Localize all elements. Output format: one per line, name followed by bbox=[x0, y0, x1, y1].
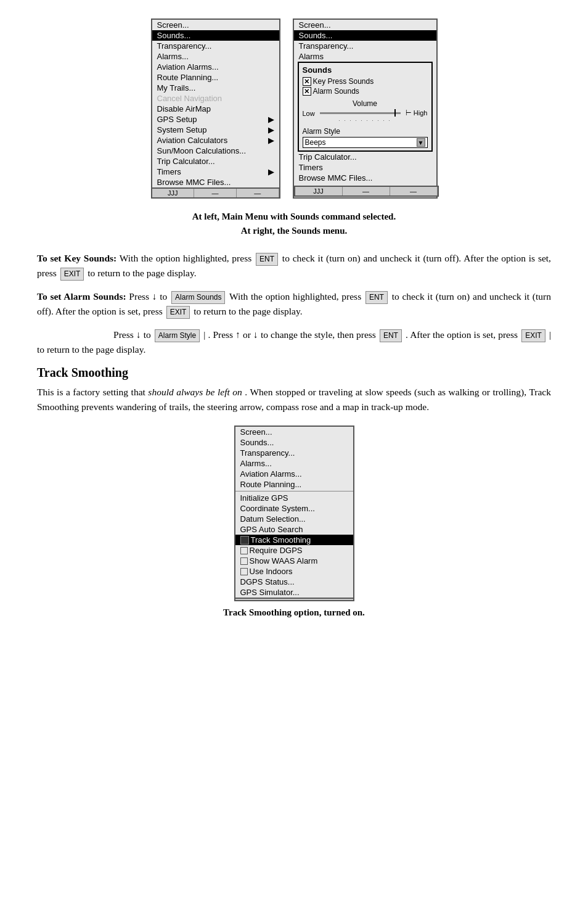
bottom-item-screen[interactable]: Screen... bbox=[235, 427, 353, 437]
volume-low-label: Low bbox=[303, 110, 315, 117]
right-menu-item-transparency[interactable]: Transparency... bbox=[294, 41, 436, 51]
left-menu: Screen... Sounds... Transparency... Alar… bbox=[151, 19, 280, 199]
enter-button-2[interactable]: ENT bbox=[365, 291, 388, 304]
enter-button-3[interactable]: ENT bbox=[380, 329, 402, 342]
top-caption-line1: At left, Main Menu with Sounds command s… bbox=[37, 210, 551, 224]
volume-label: Volume bbox=[303, 99, 428, 108]
bottom-item-route-planning[interactable]: Route Planning... bbox=[235, 479, 353, 490]
bottom-item-waas-alarm[interactable]: Show WAAS Alarm bbox=[235, 556, 353, 566]
exit-button-2[interactable]: EXIT bbox=[166, 306, 190, 319]
bottom-caption: Track Smoothing option, turned on. bbox=[37, 607, 551, 618]
left-menu-item-alarms[interactable]: Alarms... bbox=[152, 51, 279, 62]
para2-text2: With the option high­lighted, press bbox=[229, 291, 364, 302]
key-press-sounds-checkbox[interactable] bbox=[303, 77, 311, 86]
right-footer-jjj: JJJ bbox=[295, 187, 343, 195]
bottom-item-track-smoothing[interactable]: Track Smoothing bbox=[235, 535, 353, 545]
para2-text1: Press ↓ to bbox=[129, 291, 170, 302]
bottom-item-use-indoors[interactable]: Use Indoors bbox=[235, 566, 353, 577]
right-sounds-panel: Screen... Sounds... Transparency... Alar… bbox=[293, 19, 438, 199]
bottom-item-transparency[interactable]: Transparency... bbox=[235, 448, 353, 458]
top-caption: At left, Main Menu with Sounds command s… bbox=[37, 210, 551, 237]
left-footer-jjj: JJJ bbox=[152, 189, 195, 197]
para2-bold: To set Alarm Sounds: bbox=[37, 291, 126, 302]
bottom-item-init-gps[interactable]: Initialize GPS bbox=[235, 493, 353, 503]
alarm-style-dropdown[interactable]: Beeps ▼ bbox=[303, 137, 428, 148]
dropdown-arrow-icon[interactable]: ▼ bbox=[417, 138, 425, 147]
para3-text3: . After the option is set, press bbox=[406, 329, 520, 340]
alarm-sounds-item[interactable]: Alarm Sounds bbox=[303, 87, 428, 96]
key-press-sounds-label: Key Press Sounds bbox=[313, 77, 374, 86]
bottom-menu: Screen... Sounds... Transparency... Alar… bbox=[234, 426, 354, 601]
bottom-item-coord-system[interactable]: Coordinate System... bbox=[235, 503, 353, 514]
submenu-title: Sounds bbox=[303, 65, 428, 75]
volume-dots: · · · · · · · · · · bbox=[303, 117, 428, 123]
left-menu-item-timers[interactable]: Timers bbox=[152, 167, 279, 177]
section-text-pre: This is a factory setting that bbox=[37, 387, 148, 397]
key-press-sounds-item[interactable]: Key Press Sounds bbox=[303, 77, 428, 86]
right-footer-dash2: — bbox=[390, 187, 438, 195]
body-para1: To set Key Sounds: With the option highl… bbox=[37, 251, 551, 281]
right-menu-item-browse-mmc[interactable]: Browse MMC Files... bbox=[294, 173, 436, 183]
bottom-item-aviation-alarms[interactable]: Aviation Alarms... bbox=[235, 469, 353, 479]
alarm-style-value: Beeps bbox=[305, 138, 417, 147]
left-menu-item-my-trails[interactable]: My Trails... bbox=[152, 83, 279, 93]
left-footer-dash2: — bbox=[237, 189, 279, 197]
track-smoothing-heading: Track Smoothing bbox=[37, 366, 551, 380]
right-menu-item-alarms[interactable]: Alarms bbox=[294, 51, 436, 62]
right-menu-item-sounds[interactable]: Sounds... bbox=[294, 30, 436, 41]
para1-bold: To set Key Sounds: bbox=[37, 253, 116, 263]
exit-button-3[interactable]: EXIT bbox=[521, 329, 545, 342]
bottom-separator bbox=[235, 491, 353, 491]
alarm-style-section: Alarm Style Beeps ▼ bbox=[303, 127, 428, 148]
volume-bar[interactable]: Low ⊢ High bbox=[303, 109, 428, 117]
left-menu-item-trip-calc[interactable]: Trip Calculator... bbox=[152, 156, 279, 167]
bottom-item-gps-sim[interactable]: GPS Simulator... bbox=[235, 587, 353, 598]
volume-high-label: ⊢ High bbox=[406, 109, 428, 117]
bottom-screenshot: Screen... Sounds... Transparency... Alar… bbox=[37, 426, 551, 601]
para1-text1: With the option highlighted, press bbox=[120, 253, 255, 263]
alarm-style-btn[interactable]: Alarm Style bbox=[155, 329, 200, 342]
alarm-sounds-btn[interactable]: Alarm Sounds bbox=[171, 291, 225, 304]
enter-button-1[interactable]: ENT bbox=[256, 253, 278, 266]
left-menu-item-sun-moon[interactable]: Sun/Moon Calculations... bbox=[152, 146, 279, 156]
right-menu-item-trip-calc[interactable]: Trip Calculator... bbox=[294, 152, 436, 162]
left-menu-item-system-setup[interactable]: System Setup bbox=[152, 125, 279, 135]
para2-text4: to return to the page display. bbox=[194, 306, 302, 316]
left-menu-item-aviation-calc[interactable]: Aviation Calculators bbox=[152, 135, 279, 146]
left-menu-item-aviation-alarms[interactable]: Aviation Alarms... bbox=[152, 62, 279, 72]
bottom-menu-footer-bar bbox=[235, 598, 353, 600]
right-menu-item-screen[interactable]: Screen... bbox=[294, 20, 436, 30]
left-menu-item-cancel-nav: Cancel Navigation bbox=[152, 93, 279, 104]
bottom-item-alarms[interactable]: Alarms... bbox=[235, 458, 353, 469]
bottom-item-dgps-status[interactable]: DGPS Status... bbox=[235, 577, 353, 587]
or-text: or bbox=[243, 329, 251, 340]
alarm-sounds-label: Alarm Sounds bbox=[313, 87, 359, 96]
exit-button-1[interactable]: EXIT bbox=[60, 268, 84, 281]
top-caption-line2: At right, the Sounds menu. bbox=[37, 224, 551, 238]
left-menu-item-route-planning[interactable]: Route Planning... bbox=[152, 72, 279, 83]
left-footer-dash1: — bbox=[194, 189, 237, 197]
bottom-item-sounds[interactable]: Sounds... bbox=[235, 437, 353, 448]
bottom-item-require-dgps[interactable]: Require DGPS bbox=[235, 545, 353, 556]
right-menu-item-timers[interactable]: Timers bbox=[294, 162, 436, 173]
left-menu-item-gps-setup[interactable]: GPS Setup bbox=[152, 114, 279, 125]
left-menu-footer: JJJ — — bbox=[152, 187, 279, 197]
left-menu-item-disable-airmap[interactable]: Disable AirMap bbox=[152, 104, 279, 114]
left-menu-item-transparency[interactable]: Transparency... bbox=[152, 41, 279, 51]
para1-text3: to return to the page display. bbox=[88, 268, 196, 278]
body-para3: Press ↓ to Alarm Style | . Press ↑ or ↓ … bbox=[37, 327, 551, 357]
alarm-sounds-checkbox[interactable] bbox=[303, 87, 311, 96]
para3-text2: ↓ to change the style, then press bbox=[253, 329, 378, 340]
section-text-italic: should always be left on bbox=[148, 387, 242, 397]
alarm-style-label: Alarm Style bbox=[303, 127, 428, 136]
top-screenshots: Screen... Sounds... Transparency... Alar… bbox=[37, 19, 551, 199]
body-para2: To set Alarm Sounds: Press ↓ to Alarm So… bbox=[37, 289, 551, 319]
left-menu-item-browse-mmc[interactable]: Browse MMC Files... bbox=[152, 177, 279, 187]
left-menu-item-sounds[interactable]: Sounds... bbox=[152, 30, 279, 41]
bottom-item-datum[interactable]: Datum Selection... bbox=[235, 514, 353, 524]
left-menu-item-screen[interactable]: Screen... bbox=[152, 20, 279, 30]
right-menu-footer: JJJ — — bbox=[294, 186, 439, 197]
bottom-item-gps-auto[interactable]: GPS Auto Search bbox=[235, 524, 353, 535]
sounds-submenu: Sounds Key Press Sounds Alarm Sounds Vol… bbox=[298, 62, 433, 152]
track-smoothing-body: This is a factory setting that should al… bbox=[37, 385, 551, 414]
